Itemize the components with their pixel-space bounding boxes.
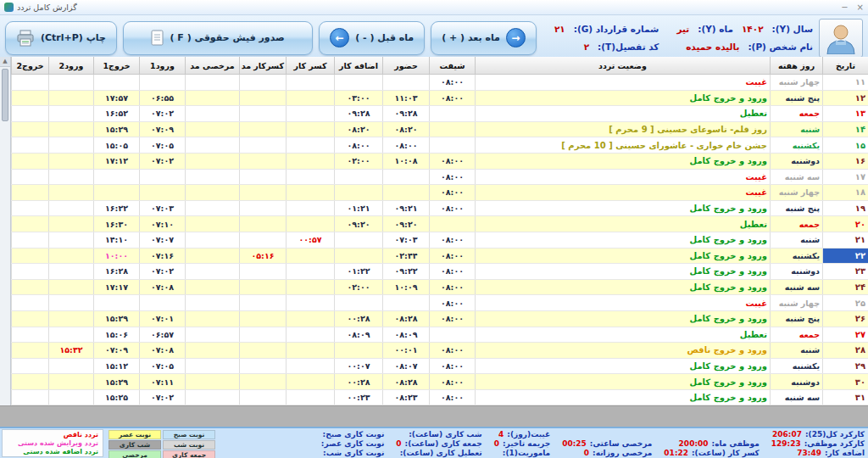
cell-mm xyxy=(186,185,240,201)
cell-x1: ۱۵:۲۵ xyxy=(94,389,140,405)
minimize-icon[interactable]: − xyxy=(841,3,848,12)
cell-km xyxy=(240,343,287,359)
cell-ks xyxy=(287,327,335,343)
table-row[interactable]: ۲۴سه شنبهورود و خروج کامل۰۸:۰۰۱۰:۰۹۰۲:۰۰… xyxy=(12,279,868,295)
cell-hz: ۰۹:۲۸ xyxy=(383,106,430,122)
cell-mm xyxy=(186,232,240,248)
status-label: کارکرد کل(25): xyxy=(805,430,865,438)
cell-v1: ۰۷:۰۲ xyxy=(140,264,186,280)
cell-ez: ۰۲:۰۰ xyxy=(335,153,383,169)
status-label: شب کاری (ساعت): xyxy=(409,430,481,438)
cell-v2 xyxy=(49,358,94,374)
table-row[interactable]: ۱۵یکشنبهجشن خام خواری - عاشورای حسینی [ … xyxy=(12,137,868,154)
year-value: ۱۴۰۲ xyxy=(742,24,764,34)
table-row[interactable]: ۲۲یکشنبهورود و خروج کامل۰۸:۰۰۰۲:۴۴۰۵:۱۶۰… xyxy=(12,248,868,264)
vertical-scrollbar[interactable]: ▲ xyxy=(0,57,11,405)
scrollbar-thumb[interactable] xyxy=(2,69,8,121)
cell-x1: ۱۶:۲۸ xyxy=(94,264,140,280)
table-row[interactable]: ۳۱سه شنبهورود و خروج کامل۰۸:۰۰۰۸:۲۳۰۰:۲۳… xyxy=(12,389,868,405)
cell-mm xyxy=(186,295,240,311)
col-header-x2: خروج2 xyxy=(12,57,49,75)
cell-ks xyxy=(287,358,335,374)
table-row[interactable]: ۱۴شنبهروز قلم- تاسوعای حسینی [ 9 محرم ]۰… xyxy=(12,121,868,137)
cell-ks xyxy=(287,295,335,311)
table-row[interactable]: ۲۹یکشنبهورود و خروج کامل۰۸:۰۰۰۸:۰۷۰۰:۰۷۰… xyxy=(12,358,868,374)
legend-swatch: شب کاری xyxy=(108,440,161,450)
cell-x1: ۱۵:۱۲ xyxy=(94,358,140,374)
next-month-button[interactable]: → ماه بعد ( + ) xyxy=(431,21,537,55)
cell-hz: ۰۹:۲۰ xyxy=(383,216,430,232)
table-row[interactable]: ۱۶دوشنبهورود و خروج کامل۰۸:۰۰۱۰:۰۸۰۲:۰۰۰… xyxy=(12,153,868,169)
cell-x2 xyxy=(12,169,49,185)
status-columns: کارکرد کل(25):206:07کارکرد موظفی:129:23ا… xyxy=(220,429,865,457)
cell-ez: ۰۸:۰۰ xyxy=(335,137,383,154)
table-row[interactable]: ۱۲پنج شنبهورود و خروج کامل۰۸:۰۰۱۱:۰۳۰۳:۰… xyxy=(12,90,868,106)
cell-ez: ۰۲:۰۰ xyxy=(335,279,383,295)
cell-date: ۱۴ xyxy=(823,121,868,137)
cell-v1: ۰۷:۱۶ xyxy=(140,248,186,264)
table-row[interactable]: ۱۷سه شنبهغیبت۰۸:۰۰ xyxy=(12,169,868,185)
cell-ks xyxy=(287,216,335,232)
table-row[interactable]: ۳۰دوشنبهورود و خروج کامل۰۸:۰۰۰۸:۲۸۰۰:۲۸۰… xyxy=(12,374,868,390)
print-button[interactable]: چاپ (Ctrl+P) xyxy=(5,21,117,55)
cell-sh: ۰۸:۰۰ xyxy=(430,358,476,374)
cell-v1 xyxy=(140,169,186,185)
cell-weekday: پنج شنبه xyxy=(771,200,823,216)
status-label: کسر کار (ساعت): xyxy=(692,449,760,457)
cell-mm xyxy=(186,327,240,343)
cell-weekday: شنبه xyxy=(771,343,823,359)
cell-v1: ۰۷:۰۲ xyxy=(140,153,186,169)
contract-info: شماره قرارداد (G): ۲۱ کد تفصیل(T): ۲ xyxy=(554,20,659,56)
cell-v2 xyxy=(49,90,94,106)
table-row[interactable]: ۲۷جمعهتعطیل۰۸:۰۹۰۸:۰۹۰۶:۵۷۱۵:۰۶ xyxy=(12,327,868,343)
table-row[interactable]: ۲۰جمعهتعطیل۰۹:۲۰۰۹:۲۰۰۷:۱۰۱۶:۳۰ xyxy=(12,216,868,232)
legend-swatch: نوبت عصر xyxy=(108,430,161,439)
cell-hz: ۱۱:۰۳ xyxy=(383,90,430,106)
cell-sh: ۰۸:۰۰ xyxy=(430,295,476,311)
table-row[interactable]: ۲۸شنبهورود و خروج ناقص۰۸:۰۰۰۰:۰۱۰۷:۰۸۰۷:… xyxy=(12,343,868,359)
status-label: اضافه کار: xyxy=(825,449,865,457)
scroll-up-icon[interactable]: ▲ xyxy=(0,57,10,67)
table-row[interactable]: ۲۵چهار شنبهغیبت۰۸:۰۰ xyxy=(12,295,868,311)
table-row[interactable]: ۱۹پنج شنبهورود و خروج کامل۰۸:۰۰۰۹:۲۱۰۱:۲… xyxy=(12,200,868,216)
cell-status: تعطیل xyxy=(476,106,771,122)
cell-km xyxy=(240,279,287,295)
payslip-button[interactable]: صدور فیش حقوقی ( F ) xyxy=(123,21,313,55)
col-header-hz: حضور xyxy=(383,57,430,75)
cell-weekday: چهار شنبه xyxy=(771,75,823,91)
cell-mm xyxy=(186,343,240,359)
cell-v1: ۰۷:۱۰ xyxy=(140,216,186,232)
cell-mm xyxy=(186,75,240,91)
cell-date: ۱۲ xyxy=(823,90,868,106)
status-column-5: نوبت کاری صبح:نوبت کاری عصر:نوبت کاری شب… xyxy=(321,429,384,457)
cell-hz: ۰۸:۰۰ xyxy=(383,137,430,154)
table-row[interactable]: ۲۳دوشنبهورود و خروج کامل۰۸:۰۰۰۹:۲۲۰۱:۲۲۰… xyxy=(12,264,868,280)
col-header-km: کسرکار مد xyxy=(240,57,287,75)
cell-date: ۲۳ xyxy=(823,264,868,280)
cell-ez: ۰۳:۰۰ xyxy=(335,90,383,106)
cell-mm xyxy=(186,279,240,295)
table-row[interactable]: ۱۱چهار شنبهغیبت۰۸:۰۰ xyxy=(12,75,868,91)
cell-v2 xyxy=(49,75,94,91)
cell-ez xyxy=(335,248,383,264)
cell-km xyxy=(240,106,287,122)
cell-hz xyxy=(383,185,430,201)
table-row[interactable]: ۲۱شنبهورود و خروج کامل۰۸:۰۰۰۷:۰۳۰۰:۵۷۰۷:… xyxy=(12,232,868,248)
cell-km: ۰۵:۱۶ xyxy=(240,248,287,264)
table-row[interactable]: ۱۸چهار شنبهغیبت۰۸:۰۰ xyxy=(12,185,868,201)
close-icon[interactable]: × xyxy=(857,3,864,12)
cell-date: ۱۶ xyxy=(823,153,868,169)
cell-ez xyxy=(335,169,383,185)
table-row[interactable]: ۲۶پنج شنبهورود و خروج کامل۰۸:۰۰۰۸:۲۸۰۰:۲… xyxy=(12,310,868,327)
year-label: سال (Y): xyxy=(772,24,813,34)
cell-weekday: پنج شنبه xyxy=(771,90,823,106)
cell-mm xyxy=(186,374,240,390)
cell-date: ۱۷ xyxy=(823,169,868,185)
prev-month-button[interactable]: ماه قبل ( - ) ← xyxy=(319,21,425,55)
cell-v2 xyxy=(49,153,94,169)
cell-ks xyxy=(287,153,335,169)
cell-weekday: یکشنبه xyxy=(771,358,823,374)
cell-x1: ۱۶:۳۰ xyxy=(94,216,140,232)
cell-v2 xyxy=(49,121,94,137)
table-row[interactable]: ۱۳جمعهتعطیل۰۹:۲۸۰۹:۲۸۰۷:۰۲۱۶:۵۲ xyxy=(12,106,868,122)
